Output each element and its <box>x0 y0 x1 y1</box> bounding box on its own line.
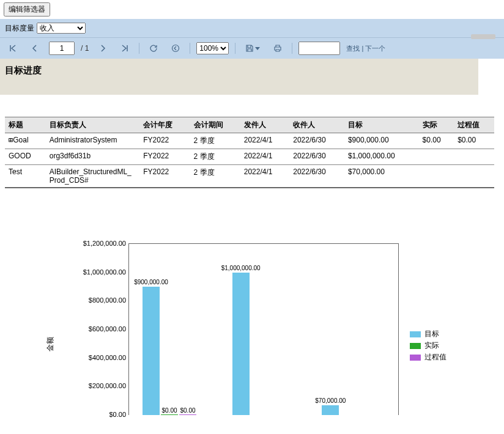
legend-swatch <box>410 331 421 337</box>
y-tick-label: $1,000,000.00 <box>65 268 126 276</box>
bar-value-label: $1,000,000.00 <box>221 265 261 271</box>
col-from: 发件人 <box>240 117 289 133</box>
bar <box>161 414 178 415</box>
y-tick-label: $0.00 <box>65 411 126 418</box>
first-page-button[interactable] <box>5 42 21 55</box>
chevron-down-icon <box>255 47 260 50</box>
bar <box>179 414 196 415</box>
save-button[interactable] <box>242 42 264 55</box>
y-tick-label: $1,200,000.00 <box>65 240 126 247</box>
bar-value-label: $0.00 <box>161 407 177 414</box>
plot-area: $900,000.00$0.00$0.00$1,000,000.00$70,00… <box>128 243 399 415</box>
table-row[interactable]: TestAIBuilder_StructuredML_Prod_CDS#FY20… <box>5 165 494 188</box>
last-page-button[interactable] <box>117 42 133 55</box>
chart: 金额 $0.00$200,000.00$400,000.00$600,000.0… <box>49 243 477 434</box>
bar-value-label: $0.00 <box>180 407 195 414</box>
bar <box>143 287 160 415</box>
bar <box>322 405 339 415</box>
data-table: 标题 目标负责人 会计年度 会计期间 发件人 收件人 目标 实际 过程值 ⊞Go… <box>5 117 494 188</box>
prev-page-button[interactable] <box>27 42 43 55</box>
search-links[interactable]: 查找 | 下一个 <box>346 44 385 53</box>
col-fy: 会计年度 <box>139 117 190 133</box>
bar <box>232 273 250 415</box>
col-target: 目标 <box>344 117 419 133</box>
bar-value-label: $70,000.00 <box>315 397 346 404</box>
back-button[interactable] <box>168 42 183 55</box>
measure-select[interactable]: 收入 <box>37 23 86 34</box>
page-total: / 1 <box>81 44 89 53</box>
legend-label: 目标 <box>424 329 439 339</box>
col-period: 会计期间 <box>190 117 240 133</box>
legend: 目标实际过程值 <box>410 329 447 364</box>
resize-handle[interactable] <box>471 34 495 39</box>
next-page-button[interactable] <box>95 42 111 55</box>
legend-label: 实际 <box>424 340 439 351</box>
page-input[interactable] <box>49 42 75 55</box>
legend-item: 实际 <box>410 340 447 351</box>
expand-icon[interactable]: ⊞ <box>9 136 13 144</box>
legend-swatch <box>410 355 421 361</box>
table-row[interactable]: GOODorg3df6d31bFY20222 季度2022/4/12022/6/… <box>5 149 494 165</box>
col-owner: 目标负责人 <box>46 117 140 133</box>
edit-filter-button[interactable]: 编辑筛选器 <box>4 2 50 17</box>
y-tick-label: $600,000.00 <box>65 325 126 333</box>
col-to: 收件人 <box>289 117 344 133</box>
col-title: 标题 <box>5 117 46 133</box>
report-title: 目标进度 <box>0 59 478 95</box>
table-row[interactable]: ⊞GoalAdministratorSystemFY20222 季度2022/4… <box>5 133 494 149</box>
col-actual: 实际 <box>419 117 454 133</box>
svg-point-0 <box>172 45 179 52</box>
zoom-select[interactable]: 100% <box>196 42 229 54</box>
refresh-button[interactable] <box>146 42 161 55</box>
filter-label: 目标度量 <box>5 23 34 34</box>
y-tick-label: $200,000.00 <box>65 382 126 389</box>
legend-item: 目标 <box>410 329 447 339</box>
legend-swatch <box>410 343 421 349</box>
legend-item: 过程值 <box>410 352 447 362</box>
search-input[interactable] <box>298 42 340 55</box>
col-inprogress: 过程值 <box>454 117 494 133</box>
y-axis-label: 金额 <box>45 337 56 351</box>
y-tick-label: $400,000.00 <box>65 354 126 361</box>
y-tick-label: $800,000.00 <box>65 296 126 304</box>
report-toolbar: / 1 100% 查找 | 下一个 <box>0 37 504 59</box>
legend-label: 过程值 <box>424 352 447 362</box>
print-button[interactable] <box>270 42 286 55</box>
filter-bar: 目标度量 收入 <box>0 19 504 37</box>
bar-value-label: $900,000.00 <box>134 279 168 285</box>
